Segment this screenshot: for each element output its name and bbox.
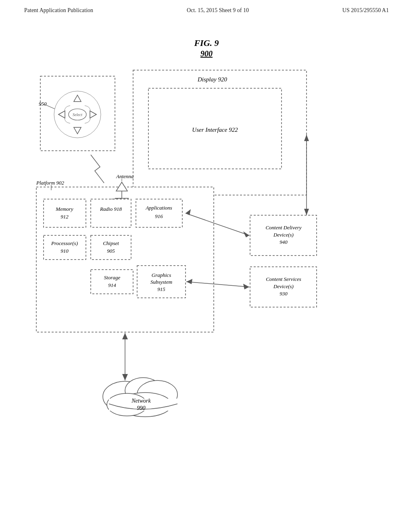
- svg-line-6: [44, 104, 56, 110]
- svg-rect-36: [91, 270, 133, 294]
- svg-marker-61: [304, 135, 309, 141]
- svg-point-52: [125, 378, 161, 403]
- svg-text:Memory: Memory: [55, 206, 73, 212]
- svg-point-12: [69, 109, 86, 120]
- svg-text:Network: Network: [131, 398, 151, 404]
- svg-point-55: [107, 393, 147, 416]
- svg-text:Display 920: Display 920: [197, 76, 227, 83]
- svg-line-71: [111, 198, 122, 199]
- svg-text:Device(s): Device(s): [273, 232, 294, 238]
- svg-point-51: [103, 381, 147, 412]
- svg-text:Chipset: Chipset: [103, 240, 119, 246]
- svg-text:Select: Select: [73, 112, 82, 117]
- svg-rect-43: [250, 215, 317, 256]
- svg-rect-47: [250, 267, 317, 307]
- svg-marker-67: [243, 284, 249, 289]
- svg-point-54: [119, 393, 171, 417]
- svg-marker-64: [186, 209, 191, 215]
- svg-text:Applications: Applications: [145, 205, 172, 211]
- svg-rect-22: [44, 199, 86, 227]
- svg-marker-60: [304, 209, 309, 215]
- svg-marker-10: [58, 111, 65, 118]
- svg-text:940: 940: [280, 239, 288, 245]
- svg-text:914: 914: [108, 282, 116, 288]
- svg-rect-56: [109, 399, 179, 411]
- svg-text:Processor(s): Processor(s): [51, 240, 78, 246]
- svg-rect-14: [36, 187, 214, 332]
- header-middle: Oct. 15, 2015 Sheet 9 of 10: [187, 7, 249, 14]
- svg-text:User Interface 922: User Interface 922: [192, 127, 238, 133]
- svg-rect-25: [91, 199, 131, 227]
- svg-marker-8: [74, 95, 81, 102]
- svg-rect-27: [136, 199, 182, 227]
- header-left: Patent Application Publication: [24, 7, 93, 14]
- svg-rect-2: [148, 88, 282, 169]
- svg-text:Graphics: Graphics: [152, 272, 171, 278]
- svg-marker-11: [90, 111, 96, 118]
- svg-point-53: [137, 380, 177, 409]
- svg-line-62: [186, 213, 249, 235]
- diagram-area: FIG. 9 900 Display 920 User Interface 92…: [0, 18, 413, 509]
- svg-rect-4: [40, 76, 115, 151]
- diagram-svg: Display 920 User Interface 922 950 Selec…: [0, 18, 413, 509]
- svg-text:930: 930: [280, 291, 288, 297]
- svg-text:Radio 918: Radio 918: [100, 206, 122, 212]
- svg-rect-33: [91, 235, 131, 260]
- svg-text:Subsystem: Subsystem: [150, 279, 172, 285]
- figure-title: FIG. 9 900: [194, 38, 219, 58]
- svg-text:915: 915: [157, 286, 165, 292]
- svg-text:916: 916: [155, 213, 163, 219]
- svg-marker-19: [116, 182, 127, 191]
- page-header: Patent Application Publication Oct. 15, …: [0, 0, 413, 18]
- svg-text:Content Delivery: Content Delivery: [265, 224, 301, 231]
- svg-text:Antenna: Antenna: [116, 173, 134, 179]
- svg-marker-70: [122, 333, 128, 339]
- svg-rect-39: [137, 266, 186, 298]
- svg-text:905: 905: [107, 248, 115, 254]
- svg-marker-63: [243, 231, 249, 237]
- svg-rect-0: [133, 70, 307, 195]
- svg-text:Storage: Storage: [104, 274, 121, 281]
- svg-text:Platform 902: Platform 902: [36, 180, 64, 186]
- svg-marker-69: [122, 374, 128, 380]
- svg-text:990: 990: [137, 405, 146, 411]
- svg-marker-9: [74, 127, 81, 134]
- svg-marker-66: [186, 279, 192, 284]
- svg-point-7: [54, 91, 101, 138]
- svg-text:950: 950: [39, 101, 47, 107]
- svg-text:910: 910: [60, 248, 69, 254]
- svg-rect-30: [44, 235, 86, 260]
- svg-text:Content Services: Content Services: [266, 276, 301, 282]
- svg-line-65: [186, 282, 249, 287]
- svg-text:912: 912: [60, 214, 69, 220]
- svg-text:Device(s): Device(s): [273, 283, 294, 289]
- header-right: US 2015/295550 A1: [342, 7, 389, 14]
